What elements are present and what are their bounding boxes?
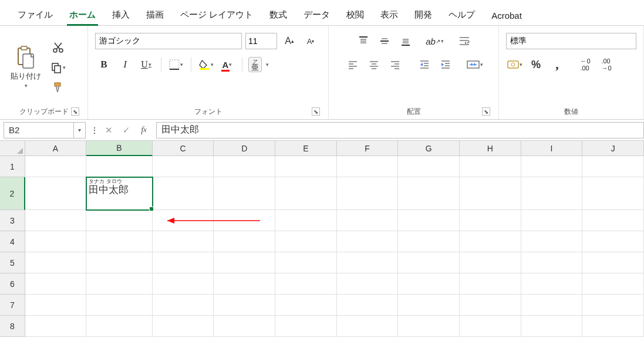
confirm-edit-button[interactable]: ✓: [119, 123, 134, 138]
cell-F7[interactable]: [337, 295, 399, 316]
column-header-A[interactable]: A: [25, 141, 87, 156]
cell-C8[interactable]: [153, 316, 214, 337]
cell-B7[interactable]: [86, 295, 152, 316]
increase-indent-button[interactable]: [437, 56, 454, 73]
cell-F4[interactable]: [337, 231, 399, 252]
row-header-1[interactable]: 1: [0, 156, 25, 177]
cell-C1[interactable]: [153, 156, 214, 177]
wrap-text-button[interactable]: [456, 33, 473, 49]
cell-F3[interactable]: [337, 210, 399, 231]
row-header-5[interactable]: 5: [0, 252, 25, 273]
tab-review[interactable]: 校閲: [338, 4, 372, 25]
cancel-edit-button[interactable]: ✕: [101, 123, 116, 138]
tab-view[interactable]: 表示: [372, 4, 406, 25]
cell-D6[interactable]: [214, 273, 275, 295]
row-header-6[interactable]: 6: [0, 273, 25, 295]
phonetic-guide-button[interactable]: ア 亜: [248, 57, 262, 72]
increase-decimal-button[interactable]: ←0.00: [576, 56, 594, 73]
cell-G7[interactable]: [398, 295, 460, 316]
number-format-select[interactable]: [506, 33, 636, 49]
cell-B1[interactable]: [86, 156, 152, 177]
cell-F2[interactable]: [337, 177, 399, 210]
column-header-J[interactable]: J: [582, 141, 644, 156]
cell-A5[interactable]: [25, 252, 87, 273]
cell-G4[interactable]: [398, 231, 460, 252]
cell-D2[interactable]: [214, 177, 275, 210]
comma-button[interactable]: ,: [548, 56, 566, 73]
cell-C6[interactable]: [153, 273, 214, 295]
cell-A2[interactable]: [25, 177, 87, 210]
cell-I3[interactable]: [521, 210, 583, 231]
column-header-C[interactable]: C: [153, 141, 214, 156]
formula-input[interactable]: 田中太郎: [156, 122, 644, 138]
tab-file[interactable]: ファイル: [9, 4, 61, 25]
cell-B4[interactable]: [86, 231, 152, 252]
italic-button[interactable]: I: [116, 56, 134, 73]
column-header-H[interactable]: H: [460, 141, 521, 156]
cell-C5[interactable]: [153, 252, 214, 273]
cell-I7[interactable]: [521, 295, 583, 316]
cell-J2[interactable]: [582, 177, 644, 210]
cell-G5[interactable]: [398, 252, 460, 273]
cell-J3[interactable]: [582, 210, 644, 231]
cell-H3[interactable]: [460, 210, 521, 231]
column-header-B[interactable]: B: [86, 141, 152, 156]
cell-E4[interactable]: [275, 231, 337, 252]
bold-button[interactable]: B: [95, 56, 113, 73]
cell-H4[interactable]: [460, 231, 521, 252]
tab-draw[interactable]: 描画: [138, 4, 172, 25]
cell-E2[interactable]: [275, 177, 337, 210]
cell-I5[interactable]: [521, 252, 583, 273]
font-size-select[interactable]: [245, 33, 277, 49]
row-header-3[interactable]: 3: [0, 210, 25, 231]
font-dialog-launcher[interactable]: ⬊: [312, 107, 320, 116]
cell-E5[interactable]: [275, 252, 337, 273]
cell-B6[interactable]: [86, 273, 152, 295]
cell-C3[interactable]: [153, 210, 214, 231]
orientation-button[interactable]: ab↗▾: [426, 33, 444, 49]
cell-D3[interactable]: [214, 210, 275, 231]
cut-button[interactable]: [49, 39, 67, 56]
cell-H2[interactable]: [460, 177, 521, 210]
alignment-dialog-launcher[interactable]: ⬊: [482, 107, 490, 116]
decrease-font-button[interactable]: A▾: [302, 33, 319, 49]
cell-H5[interactable]: [460, 252, 521, 273]
cell-A6[interactable]: [25, 273, 87, 295]
cell-B5[interactable]: [86, 252, 152, 273]
column-header-G[interactable]: G: [398, 141, 460, 156]
cell-B2[interactable]: タナカ タロウ田中太郎: [86, 177, 152, 210]
cell-A8[interactable]: [25, 316, 87, 337]
cell-D8[interactable]: [214, 316, 275, 337]
align-bottom-button[interactable]: [397, 33, 414, 49]
cell-F1[interactable]: [337, 156, 399, 177]
cell-G3[interactable]: [398, 210, 460, 231]
align-right-button[interactable]: [386, 56, 404, 73]
cell-H6[interactable]: [460, 273, 521, 295]
cell-E8[interactable]: [275, 316, 337, 337]
cell-J8[interactable]: [582, 316, 644, 337]
column-header-D[interactable]: D: [214, 141, 275, 156]
cell-H1[interactable]: [460, 156, 521, 177]
cell-F5[interactable]: [337, 252, 399, 273]
tab-developer[interactable]: 開発: [406, 4, 440, 25]
name-box[interactable]: B2: [4, 122, 74, 138]
paste-button[interactable]: 貼り付け ▾: [7, 44, 45, 91]
align-middle-button[interactable]: [376, 33, 393, 49]
font-color-button[interactable]: A ▾: [218, 56, 236, 73]
copy-button[interactable]: ▾: [49, 59, 67, 76]
border-button[interactable]: ▾: [167, 56, 185, 73]
cell-A4[interactable]: [25, 231, 87, 252]
cell-J5[interactable]: [582, 252, 644, 273]
accounting-format-button[interactable]: ▾: [506, 56, 524, 73]
column-header-F[interactable]: F: [337, 141, 399, 156]
percent-button[interactable]: %: [527, 56, 545, 73]
cell-J7[interactable]: [582, 295, 644, 316]
row-header-2[interactable]: 2: [0, 177, 25, 210]
increase-font-button[interactable]: A▴: [281, 33, 298, 49]
underline-button[interactable]: U▾: [137, 56, 155, 73]
cell-C7[interactable]: [153, 295, 214, 316]
chevron-down-icon[interactable]: ▾: [266, 62, 269, 67]
cell-D7[interactable]: [214, 295, 275, 316]
cell-E1[interactable]: [275, 156, 337, 177]
decrease-indent-button[interactable]: [416, 56, 433, 73]
